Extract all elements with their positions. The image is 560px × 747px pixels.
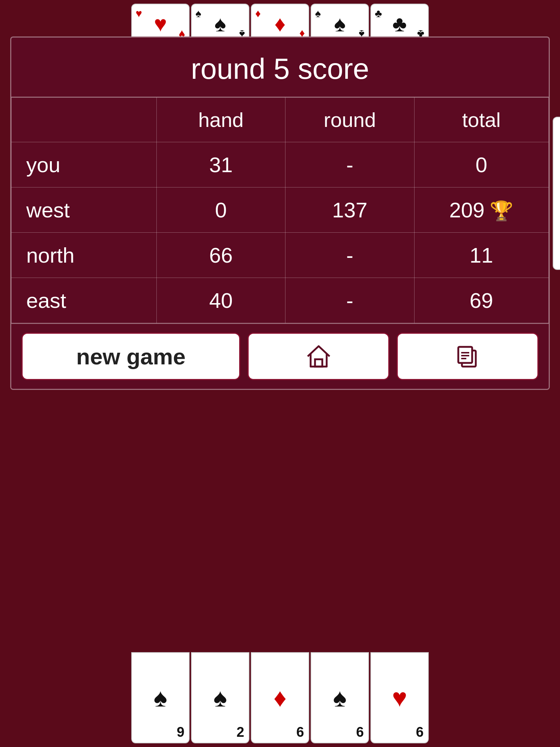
- col-header-total: total: [414, 98, 548, 142]
- round-score-you: -: [285, 142, 415, 187]
- copy-button[interactable]: [397, 333, 538, 380]
- table-header-row: hand round total: [12, 98, 549, 142]
- hand-score-east: 40: [156, 278, 285, 323]
- table-row: you31-0: [12, 142, 549, 187]
- total-score-west: 209 🏆: [414, 187, 548, 233]
- new-game-button[interactable]: new game: [22, 333, 240, 380]
- copy-icon: [455, 343, 481, 369]
- round-score-north: -: [285, 233, 415, 278]
- total-score-east: 69: [414, 278, 548, 323]
- right-edge-card: [553, 117, 560, 270]
- bottom-card-4: ♠ 6: [311, 652, 369, 743]
- bottom-card-2: ♠ 2: [191, 652, 249, 743]
- home-icon: [306, 343, 332, 369]
- toolbar: new game: [11, 323, 549, 389]
- total-score-you: 0: [414, 142, 548, 187]
- score-table: hand round total you31-0west0137209 🏆nor…: [11, 97, 549, 323]
- col-header-player: [12, 98, 157, 142]
- hand-score-west: 0: [156, 187, 285, 233]
- player-name-you: you: [12, 142, 157, 187]
- bottom-cards-area: ♠ 9 ♠ 2 ♦ 6 ♠ 6 ♥ 6: [0, 652, 560, 747]
- hand-score-you: 31: [156, 142, 285, 187]
- player-name-west: west: [12, 187, 157, 233]
- round-score-west: 137: [285, 187, 415, 233]
- round-score-title: round 5 score: [19, 52, 541, 86]
- table-row: west0137209 🏆: [12, 187, 549, 233]
- player-name-north: north: [12, 233, 157, 278]
- table-row: east40-69: [12, 278, 549, 323]
- dialog-title-section: round 5 score: [11, 38, 549, 97]
- player-name-east: east: [12, 278, 157, 323]
- hand-score-north: 66: [156, 233, 285, 278]
- round-score-east: -: [285, 278, 415, 323]
- svg-rect-0: [315, 359, 322, 367]
- bottom-card-3: ♦ 6: [251, 652, 309, 743]
- total-score-north: 11: [414, 233, 548, 278]
- table-row: north66-11: [12, 233, 549, 278]
- col-header-round: round: [285, 98, 415, 142]
- bottom-card-5: ♥ 6: [370, 652, 429, 743]
- trophy-icon: 🏆: [485, 200, 513, 221]
- score-dialog: round 5 score hand round total you31-0we…: [10, 36, 550, 390]
- col-header-hand: hand: [156, 98, 285, 142]
- home-button[interactable]: [248, 333, 389, 380]
- bottom-card-1: ♠ 9: [131, 652, 190, 743]
